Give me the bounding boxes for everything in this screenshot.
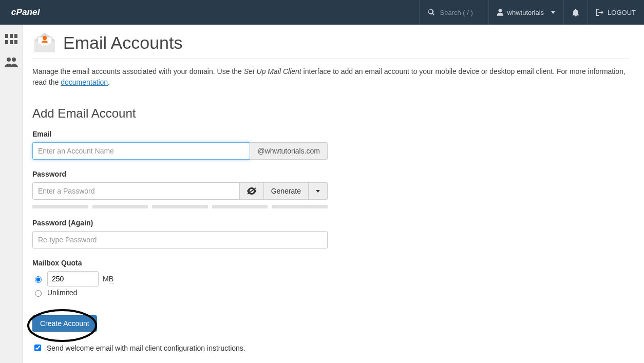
sidebar-users-button[interactable] bbox=[5, 57, 18, 69]
welcome-email-checkbox[interactable] bbox=[34, 345, 41, 351]
page-intro: Manage the email accounts associated wit… bbox=[32, 66, 630, 88]
password-again-group: Password (Again) bbox=[32, 219, 335, 249]
svg-rect-2 bbox=[10, 34, 13, 38]
welcome-email-label: Send welcome email with mail client conf… bbox=[47, 344, 245, 352]
quota-label: Mailbox Quota bbox=[32, 259, 335, 267]
svg-rect-5 bbox=[10, 40, 13, 44]
password-group: Password Generate bbox=[32, 170, 335, 208]
generate-password-button[interactable]: Generate bbox=[264, 182, 309, 200]
email-domain-suffix: @whwtutorials.com bbox=[250, 142, 328, 160]
page-titlebar: Email Accounts bbox=[32, 32, 630, 59]
notifications-button[interactable] bbox=[563, 0, 588, 25]
svg-point-8 bbox=[12, 58, 16, 62]
email-label: Email bbox=[32, 130, 335, 138]
user-icon bbox=[497, 9, 503, 16]
quota-unlimited-label: Unlimited bbox=[47, 289, 77, 297]
svg-point-7 bbox=[7, 58, 11, 62]
svg-text:cPanel: cPanel bbox=[11, 7, 41, 17]
section-heading: Add Email Account bbox=[32, 106, 630, 121]
search-input[interactable] bbox=[439, 8, 480, 17]
password-again-label: Password (Again) bbox=[32, 219, 335, 227]
password-again-input[interactable] bbox=[32, 231, 328, 249]
bell-icon bbox=[572, 8, 579, 16]
password-input[interactable] bbox=[32, 182, 240, 200]
create-account-button[interactable]: Create Account bbox=[32, 315, 97, 332]
intro-em: Set Up Mail Client bbox=[244, 67, 301, 75]
generate-password-dropdown[interactable] bbox=[309, 182, 328, 200]
email-accounts-icon bbox=[32, 32, 57, 53]
logout-button[interactable]: LOGOUT bbox=[588, 0, 644, 25]
topbar-search[interactable] bbox=[419, 0, 488, 25]
quota-unit: MB bbox=[103, 275, 113, 283]
svg-rect-1 bbox=[5, 34, 8, 38]
password-label: Password bbox=[32, 170, 335, 178]
intro-text-1: Manage the email accounts associated wit… bbox=[32, 67, 244, 75]
create-account-highlight: Create Account bbox=[32, 315, 97, 332]
svg-rect-4 bbox=[5, 40, 8, 44]
username-label: whwtutorials bbox=[507, 9, 544, 16]
documentation-link[interactable]: documentation bbox=[61, 78, 108, 86]
email-input[interactable] bbox=[32, 142, 250, 160]
email-group: Email @whwtutorials.com bbox=[32, 130, 335, 160]
main-content: Email Accounts Manage the email accounts… bbox=[23, 25, 644, 363]
user-menu[interactable]: whwtutorials bbox=[488, 0, 564, 25]
sidebar-apps-button[interactable] bbox=[5, 34, 17, 46]
svg-rect-3 bbox=[14, 34, 17, 38]
toggle-password-visibility-button[interactable] bbox=[240, 182, 264, 200]
chevron-down-icon bbox=[551, 11, 555, 14]
welcome-email-row: Send welcome email with mail client conf… bbox=[32, 343, 630, 353]
password-strength-meter bbox=[32, 205, 328, 208]
logout-label: LOGOUT bbox=[608, 9, 636, 16]
cpanel-logo[interactable]: cPanel bbox=[0, 0, 71, 25]
quota-value-input[interactable] bbox=[47, 271, 99, 286]
grid-icon bbox=[5, 34, 17, 44]
search-icon bbox=[428, 9, 435, 16]
quota-group: Mailbox Quota MB Unlimited bbox=[32, 259, 335, 297]
quota-limited-radio[interactable] bbox=[35, 276, 42, 283]
quota-unlimited-radio[interactable] bbox=[35, 290, 42, 297]
users-icon bbox=[5, 57, 18, 67]
left-sidebar bbox=[0, 25, 23, 363]
topbar: cPanel whwtutorials LOGOUT bbox=[0, 0, 644, 25]
svg-rect-6 bbox=[14, 40, 17, 44]
chevron-down-icon bbox=[316, 190, 320, 193]
logout-icon bbox=[596, 9, 603, 16]
eye-slash-icon bbox=[247, 187, 256, 195]
intro-text-3: . bbox=[108, 78, 110, 86]
page-title: Email Accounts bbox=[63, 33, 182, 53]
